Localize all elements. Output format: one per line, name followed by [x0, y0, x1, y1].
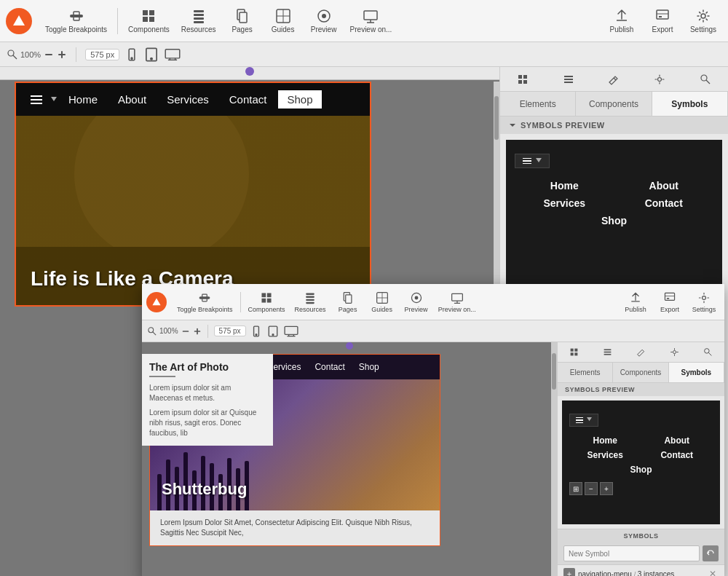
front-sym-minus-btn[interactable]: −: [585, 482, 598, 495]
panel-list-icon[interactable]: [546, 67, 592, 91]
export-button[interactable]: Export: [644, 3, 681, 39]
preview-on-button[interactable]: Preview on...: [346, 3, 397, 39]
app-logo[interactable]: [6, 8, 32, 34]
svg-rect-26: [45, 54, 52, 55]
device-phone-icon[interactable]: [125, 48, 138, 61]
front-tab-components[interactable]: Components: [613, 363, 668, 382]
svg-point-75: [149, 327, 154, 332]
front-resources-btn[interactable]: Resources: [291, 286, 330, 318]
tab-symbols[interactable]: Symbols: [652, 92, 728, 116]
front-preview-btn[interactable]: Preview: [400, 286, 432, 318]
front-width-display[interactable]: 575 px: [214, 326, 246, 336]
preview-button[interactable]: Preview: [305, 3, 343, 39]
front-nav-shop[interactable]: Shop: [353, 360, 385, 374]
front-sym-nav-about: About: [646, 435, 709, 446]
front-device-desktop-icon[interactable]: [284, 326, 298, 337]
front-export-btn[interactable]: Export: [654, 286, 686, 318]
new-symbol-link-btn[interactable]: [703, 545, 719, 561]
components-button[interactable]: Components: [124, 3, 174, 39]
front-guides-btn[interactable]: Guides: [366, 286, 398, 318]
svg-point-67: [414, 296, 418, 299]
nav-shop-link[interactable]: Shop: [278, 90, 321, 109]
front-pages-btn[interactable]: Pages: [332, 286, 364, 318]
front-nav-contact[interactable]: Contact: [309, 360, 350, 374]
front-device-phone-icon[interactable]: [250, 326, 262, 337]
front-left-content: The Art of Photo Lorem ipsum dolor sit a…: [142, 354, 273, 446]
front-components-btn[interactable]: Components: [245, 286, 289, 318]
front-zoom-out-icon[interactable]: [181, 327, 190, 336]
panel-edit-icon[interactable]: [591, 67, 637, 91]
svg-rect-60: [306, 301, 314, 303]
new-symbol-input[interactable]: [563, 545, 700, 561]
resources-button[interactable]: Resources: [177, 3, 221, 39]
front-app-logo[interactable]: [146, 292, 167, 312]
front-settings-btn[interactable]: Settings: [688, 286, 720, 318]
front-section-title: The Art of Photo: [149, 361, 266, 373]
front-device-tablet-icon[interactable]: [266, 326, 280, 337]
toggle-breakpoints-button[interactable]: Toggle Breakpoints: [41, 3, 111, 39]
front-panel-list-icon[interactable]: [591, 342, 625, 362]
front-toolbar: Toggle Breakpoints Components Resources …: [142, 284, 724, 320]
front-hero-text: Shutterbug: [162, 480, 247, 499]
front-panel-edit-icon[interactable]: [625, 342, 658, 362]
front-scrollbar-thumb[interactable]: [552, 353, 556, 390]
front-panel-grid-icon[interactable]: [558, 342, 591, 362]
front-sym-dropdown: [587, 417, 592, 422]
front-toggle-breakpoints[interactable]: Toggle Breakpoints: [173, 286, 237, 318]
front-zoom-in-icon[interactable]: [193, 327, 202, 336]
svg-rect-79: [197, 328, 198, 334]
pages-button[interactable]: Pages: [223, 3, 261, 39]
svg-rect-33: [165, 49, 180, 58]
sym-nav-grid: Home About Services Contact Shop: [515, 177, 713, 229]
svg-rect-2: [143, 10, 148, 15]
sym-hamburger[interactable]: [515, 154, 550, 169]
svg-line-76: [153, 331, 156, 334]
nav-home-link[interactable]: Home: [60, 90, 106, 109]
back-toolbar: Toggle Breakpoints Components Resources …: [0, 0, 728, 42]
zoom-out-icon[interactable]: [44, 50, 54, 60]
front-publish-btn[interactable]: Publish: [620, 286, 652, 318]
svg-rect-73: [667, 298, 669, 299]
guides-button[interactable]: Guides: [264, 3, 302, 39]
publish-button[interactable]: Publish: [603, 3, 641, 39]
nav-services-link[interactable]: Services: [158, 90, 218, 109]
zoom-in-icon[interactable]: [57, 50, 67, 60]
panel-search-icon[interactable]: [682, 67, 728, 91]
front-symbols-preview-title: SYMBOLS PREVIEW: [558, 383, 724, 396]
svg-point-32: [151, 58, 152, 59]
svg-rect-59: [306, 299, 314, 300]
front-sym-grid-btn[interactable]: ⊞: [569, 482, 582, 495]
front-lorem2: Lorem ipsum dolor sit ar Quisque nibh ri…: [149, 408, 266, 438]
front-tab-elements[interactable]: Elements: [558, 363, 613, 382]
hamburger-menu-icon[interactable]: [31, 95, 42, 104]
front-panel-search-icon[interactable]: [691, 342, 724, 362]
symbol-remove-btn[interactable]: ✕: [707, 568, 719, 576]
svg-line-45: [614, 78, 616, 80]
tab-components[interactable]: Components: [576, 92, 652, 116]
nav-about-link[interactable]: About: [109, 90, 155, 109]
panel-settings-icon[interactable]: [637, 67, 683, 91]
front-sym-nav-grid: Home About Services Contact Shop: [569, 434, 713, 476]
tab-elements[interactable]: Elements: [500, 92, 576, 116]
svg-rect-42: [564, 76, 573, 77]
front-sym-plus-btn[interactable]: +: [600, 482, 613, 495]
front-tab-symbols[interactable]: Symbols: [669, 363, 724, 382]
width-display[interactable]: 575 px: [85, 49, 119, 60]
section-underline: [149, 376, 175, 377]
device-tablet-icon[interactable]: [144, 47, 159, 62]
symbol-expand-btn[interactable]: +: [563, 568, 575, 576]
svg-rect-57: [306, 293, 314, 294]
front-preview-on-btn[interactable]: Preview on...: [435, 286, 480, 318]
svg-point-24: [8, 50, 14, 56]
scrollbar-thumb[interactable]: [494, 96, 499, 140]
svg-marker-50: [536, 158, 542, 162]
nav-contact-link[interactable]: Contact: [221, 90, 276, 109]
front-scrollbar[interactable]: [551, 342, 557, 576]
front-panel-settings-icon[interactable]: [657, 342, 691, 362]
device-desktop-icon[interactable]: [165, 48, 181, 61]
front-hero-subtitle: Lorem Ipsum Dolor Sit Amet, Consectetur …: [150, 510, 440, 545]
panel-grid-icon[interactable]: [500, 67, 546, 91]
symbols-section: SYMBOLS + navigation-menu / 3 instances …: [558, 529, 724, 576]
settings-button[interactable]: Settings: [684, 3, 722, 39]
front-sym-hamburger[interactable]: [569, 414, 598, 427]
